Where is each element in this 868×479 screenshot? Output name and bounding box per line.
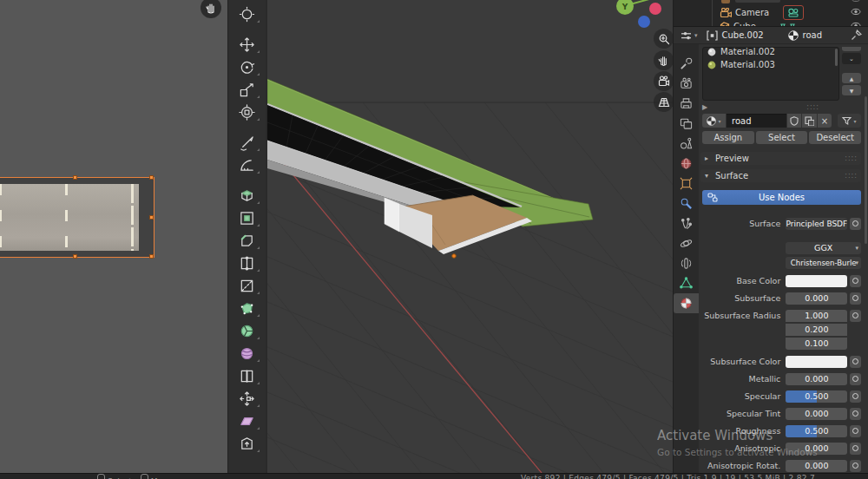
outliner[interactable]: Camera Cube xyxy=(674,0,868,26)
anisotropic-slider[interactable]: 0.000 xyxy=(786,443,847,455)
pan-icon[interactable] xyxy=(654,50,673,70)
tool-rotate-button[interactable] xyxy=(233,56,262,78)
distribution-dropdown[interactable]: GGX▾ xyxy=(786,242,861,254)
3d-viewport[interactable]: Y xyxy=(267,0,673,473)
pin-icon[interactable] xyxy=(851,30,862,41)
outliner-row-clipped[interactable] xyxy=(674,0,868,6)
decorator-button[interactable] xyxy=(850,460,861,472)
tab-object-data[interactable] xyxy=(674,273,699,293)
subsurface-color-swatch[interactable] xyxy=(786,356,847,368)
subsurface-slider[interactable]: 0.000 xyxy=(786,292,847,305)
tab-output[interactable] xyxy=(674,94,699,114)
filter-funnel-button[interactable]: ▾ xyxy=(838,114,861,128)
decorator-button[interactable] xyxy=(850,425,861,437)
tab-material[interactable] xyxy=(674,293,699,313)
material-name-field[interactable]: road xyxy=(727,114,786,128)
slot-list-scrollbar[interactable] xyxy=(835,49,838,66)
slot-specials-button[interactable]: ⌄ xyxy=(842,53,861,64)
tool-transform-button[interactable] xyxy=(233,102,262,123)
fake-user-shield-icon[interactable] xyxy=(787,114,801,128)
decorator-button[interactable] xyxy=(850,408,861,420)
assign-button[interactable]: Assign xyxy=(702,131,754,144)
tool-knife-button[interactable] xyxy=(233,275,262,297)
tool-move-button[interactable] xyxy=(233,34,262,56)
decorator-button[interactable] xyxy=(850,390,861,403)
material-slot[interactable]: Material.003 xyxy=(703,58,838,71)
camera-data-icon[interactable] xyxy=(783,5,804,20)
context-expander[interactable]: ▶ :::: xyxy=(702,102,861,111)
road-texture-image[interactable] xyxy=(0,178,154,257)
tool-shrink-fatten-button[interactable] xyxy=(233,388,262,410)
tool-extrude-button[interactable] xyxy=(233,185,262,207)
eye-icon[interactable] xyxy=(851,0,861,4)
tool-inset-button[interactable] xyxy=(233,207,262,229)
deselect-button[interactable]: Deselect xyxy=(809,131,861,144)
tab-scene[interactable] xyxy=(674,134,699,154)
tab-world[interactable] xyxy=(674,154,699,174)
use-nodes-button[interactable]: Use Nodes xyxy=(702,190,861,205)
subsurface-radius-z[interactable]: 0.100 xyxy=(786,338,847,350)
tab-object[interactable] xyxy=(674,174,699,194)
decorator-button[interactable] xyxy=(850,310,861,322)
tab-view-layer[interactable] xyxy=(674,114,699,134)
shader-dropdown[interactable]: Principled BSDF xyxy=(786,218,847,230)
tab-particles[interactable] xyxy=(674,213,699,233)
slot-move-down-button[interactable]: ▼ xyxy=(842,85,861,95)
decorator-button[interactable] xyxy=(850,292,861,305)
tab-physics[interactable] xyxy=(674,233,699,253)
tool-edgeslide-button[interactable] xyxy=(233,365,262,387)
decorator-button[interactable] xyxy=(850,275,861,287)
perspective-grid-icon[interactable] xyxy=(654,92,673,112)
editor-type-icon[interactable]: ▾ xyxy=(680,30,698,41)
tool-loopcut-button[interactable] xyxy=(233,253,262,274)
surface-panel-header[interactable]: ▾ Surface :::: xyxy=(700,169,861,182)
material-slot[interactable]: Material.002 xyxy=(703,47,838,58)
subsurface-radius-y[interactable]: 0.200 xyxy=(786,324,847,336)
anisotropic-rotation-slider[interactable]: 0.000 xyxy=(786,460,847,472)
tool-polybuild-button[interactable] xyxy=(233,298,262,319)
new-material-copy-icon[interactable] xyxy=(802,114,817,128)
selection-handle[interactable] xyxy=(73,254,77,259)
tool-rip-region-button[interactable] xyxy=(233,433,262,455)
outliner-row-camera[interactable]: Camera xyxy=(674,6,868,19)
metallic-slider[interactable]: 0.000 xyxy=(786,373,847,385)
decorator-button[interactable] xyxy=(850,218,861,230)
outliner-row-cube[interactable]: Cube xyxy=(674,20,868,26)
material-preview-button[interactable]: ▾ xyxy=(702,114,726,128)
decorator-button[interactable] xyxy=(850,356,861,368)
tool-tweak-button[interactable] xyxy=(233,3,262,25)
remove-slot-button[interactable] xyxy=(842,47,861,51)
tab-render[interactable] xyxy=(674,74,699,94)
tab-tool[interactable] xyxy=(674,54,699,74)
selection-handle[interactable] xyxy=(73,175,77,180)
preview-panel-header[interactable]: ▸ Preview :::: xyxy=(700,152,861,165)
tab-modifiers[interactable] xyxy=(674,194,699,213)
slot-move-up-button[interactable]: ▲ xyxy=(842,73,861,83)
outliner-item-label[interactable]: Camera xyxy=(735,8,769,17)
select-button[interactable]: Select xyxy=(756,131,808,144)
camera-view-icon[interactable] xyxy=(654,71,673,91)
specular-slider[interactable]: 0.500 xyxy=(786,390,847,403)
selection-handle[interactable] xyxy=(149,175,154,180)
tab-constraints[interactable] xyxy=(674,253,699,273)
eye-icon[interactable] xyxy=(851,8,861,17)
pan-hand-icon[interactable] xyxy=(201,0,221,18)
decorator-button[interactable] xyxy=(850,443,861,455)
decorator-button[interactable] xyxy=(850,373,861,385)
unlink-x-button[interactable]: × xyxy=(818,114,832,128)
tool-bevel-button[interactable] xyxy=(233,230,262,252)
tool-annotate-button[interactable] xyxy=(233,132,262,154)
tool-shear-button[interactable] xyxy=(233,410,262,432)
zoom-icon[interactable] xyxy=(654,29,673,49)
base-color-swatch[interactable] xyxy=(786,275,847,287)
image-editor-area[interactable] xyxy=(0,0,227,473)
properties-scrollbar[interactable] xyxy=(865,96,867,244)
subsurface-method-dropdown[interactable]: Christensen-Burle▾ xyxy=(786,257,861,269)
breadcrumb-material[interactable]: road xyxy=(803,30,823,40)
specular-tint-slider[interactable]: 0.000 xyxy=(786,408,847,420)
breadcrumb-object[interactable]: Cube.002 xyxy=(722,30,764,40)
selection-handle[interactable] xyxy=(149,215,154,220)
selection-handle[interactable] xyxy=(149,254,154,259)
slot-list[interactable]: Material.002 Material.003 xyxy=(702,47,839,101)
roughness-slider[interactable]: 0.500 xyxy=(786,425,847,437)
